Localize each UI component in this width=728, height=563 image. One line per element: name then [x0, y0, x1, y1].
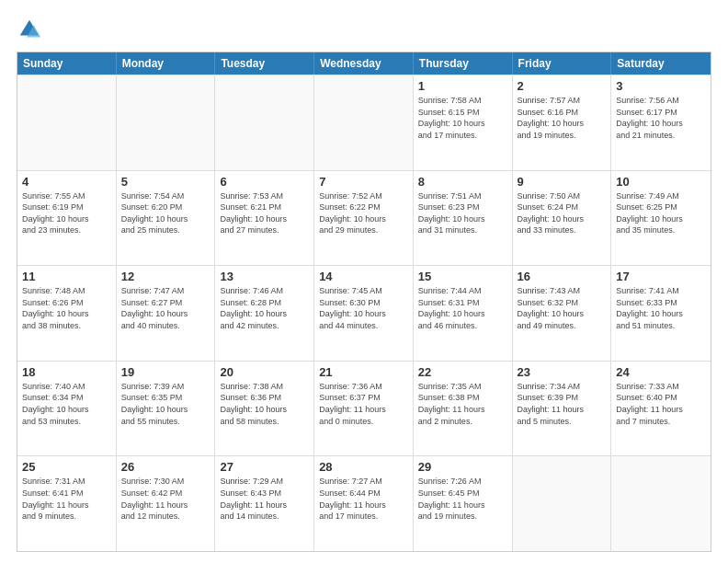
day-info-6: Sunrise: 7:53 AMSunset: 6:21 PMDaylight:…	[220, 190, 309, 236]
day-number-15: 15	[418, 270, 507, 283]
day-number-22: 22	[418, 365, 507, 379]
cal-cell-8: 8Sunrise: 7:51 AMSunset: 6:23 PMDaylight…	[414, 171, 513, 266]
day-number-21: 21	[319, 365, 408, 379]
day-number-20: 20	[220, 365, 309, 379]
day-number-7: 7	[319, 175, 408, 189]
header	[17, 17, 711, 42]
cal-cell-5: 5Sunrise: 7:54 AMSunset: 6:20 PMDaylight…	[117, 171, 216, 266]
day-info-16: Sunrise: 7:43 AMSunset: 6:32 PMDaylight:…	[518, 285, 607, 331]
day-info-23: Sunrise: 7:34 AMSunset: 6:39 PMDaylight:…	[518, 381, 607, 427]
day-info-18: Sunrise: 7:40 AMSunset: 6:34 PMDaylight:…	[22, 381, 111, 427]
day-number-19: 19	[121, 365, 210, 379]
cal-cell-20: 20Sunrise: 7:38 AMSunset: 6:36 PMDayligh…	[215, 362, 314, 456]
calendar: SundayMondayTuesdayWednesdayThursdayFrid…	[17, 52, 711, 552]
day-info-7: Sunrise: 7:52 AMSunset: 6:22 PMDaylight:…	[319, 190, 408, 236]
day-number-12: 12	[121, 270, 210, 283]
cal-week-2: 4Sunrise: 7:55 AMSunset: 6:19 PMDaylight…	[17, 170, 711, 266]
cal-cell-empty	[314, 75, 414, 170]
day-number-1: 1	[418, 79, 507, 93]
cal-header-monday: Monday	[117, 52, 216, 75]
day-number-4: 4	[22, 175, 111, 189]
cal-header-saturday: Saturday	[611, 52, 711, 75]
day-number-26: 26	[121, 460, 210, 474]
cal-cell-6: 6Sunrise: 7:53 AMSunset: 6:21 PMDaylight…	[215, 171, 314, 266]
day-info-4: Sunrise: 7:55 AMSunset: 6:19 PMDaylight:…	[22, 190, 111, 236]
day-number-24: 24	[616, 365, 706, 379]
cal-cell-empty	[513, 456, 612, 551]
day-info-14: Sunrise: 7:45 AMSunset: 6:30 PMDaylight:…	[319, 285, 408, 331]
cal-cell-empty	[215, 75, 314, 170]
cal-header-thursday: Thursday	[414, 52, 513, 75]
cal-cell-13: 13Sunrise: 7:46 AMSunset: 6:28 PMDayligh…	[215, 266, 314, 361]
day-info-15: Sunrise: 7:44 AMSunset: 6:31 PMDaylight:…	[418, 285, 507, 331]
day-info-27: Sunrise: 7:29 AMSunset: 6:43 PMDaylight:…	[220, 476, 309, 522]
day-info-2: Sunrise: 7:57 AMSunset: 6:16 PMDaylight:…	[518, 95, 607, 141]
cal-cell-25: 25Sunrise: 7:31 AMSunset: 6:41 PMDayligh…	[17, 456, 117, 551]
cal-cell-22: 22Sunrise: 7:35 AMSunset: 6:38 PMDayligh…	[414, 362, 513, 456]
day-info-24: Sunrise: 7:33 AMSunset: 6:40 PMDaylight:…	[616, 381, 706, 427]
day-number-23: 23	[518, 365, 607, 379]
day-info-26: Sunrise: 7:30 AMSunset: 6:42 PMDaylight:…	[121, 476, 210, 522]
cal-cell-19: 19Sunrise: 7:39 AMSunset: 6:35 PMDayligh…	[117, 362, 216, 456]
day-number-28: 28	[319, 460, 408, 474]
cal-cell-12: 12Sunrise: 7:47 AMSunset: 6:27 PMDayligh…	[117, 266, 216, 361]
day-info-1: Sunrise: 7:58 AMSunset: 6:15 PMDaylight:…	[418, 95, 507, 141]
day-info-9: Sunrise: 7:50 AMSunset: 6:24 PMDaylight:…	[518, 190, 607, 236]
day-info-10: Sunrise: 7:49 AMSunset: 6:25 PMDaylight:…	[616, 190, 706, 236]
cal-week-1: 1Sunrise: 7:58 AMSunset: 6:15 PMDaylight…	[17, 75, 711, 170]
cal-cell-28: 28Sunrise: 7:27 AMSunset: 6:44 PMDayligh…	[314, 456, 414, 551]
day-number-27: 27	[220, 460, 309, 474]
day-number-8: 8	[418, 175, 507, 189]
cal-header-wednesday: Wednesday	[314, 52, 414, 75]
day-number-10: 10	[616, 175, 706, 189]
cal-cell-7: 7Sunrise: 7:52 AMSunset: 6:22 PMDaylight…	[314, 171, 414, 266]
cal-header-sunday: Sunday	[17, 52, 117, 75]
day-info-13: Sunrise: 7:46 AMSunset: 6:28 PMDaylight:…	[220, 285, 309, 331]
day-info-21: Sunrise: 7:36 AMSunset: 6:37 PMDaylight:…	[319, 381, 408, 427]
day-number-17: 17	[616, 270, 706, 283]
cal-cell-14: 14Sunrise: 7:45 AMSunset: 6:30 PMDayligh…	[314, 266, 414, 361]
cal-cell-empty	[17, 75, 117, 170]
day-number-5: 5	[121, 175, 210, 189]
calendar-body: 1Sunrise: 7:58 AMSunset: 6:15 PMDaylight…	[17, 75, 711, 551]
day-info-28: Sunrise: 7:27 AMSunset: 6:44 PMDaylight:…	[319, 476, 408, 522]
logo-icon	[17, 17, 42, 42]
day-info-3: Sunrise: 7:56 AMSunset: 6:17 PMDaylight:…	[616, 95, 706, 141]
cal-cell-26: 26Sunrise: 7:30 AMSunset: 6:42 PMDayligh…	[117, 456, 216, 551]
cal-cell-4: 4Sunrise: 7:55 AMSunset: 6:19 PMDaylight…	[17, 171, 117, 266]
cal-week-3: 11Sunrise: 7:48 AMSunset: 6:26 PMDayligh…	[17, 265, 711, 361]
logo	[17, 17, 46, 42]
cal-cell-9: 9Sunrise: 7:50 AMSunset: 6:24 PMDaylight…	[513, 171, 612, 266]
day-number-13: 13	[220, 270, 309, 283]
day-number-9: 9	[518, 175, 607, 189]
day-number-11: 11	[22, 270, 111, 283]
page: SundayMondayTuesdayWednesdayThursdayFrid…	[0, 0, 728, 563]
day-info-8: Sunrise: 7:51 AMSunset: 6:23 PMDaylight:…	[418, 190, 507, 236]
cal-cell-2: 2Sunrise: 7:57 AMSunset: 6:16 PMDaylight…	[513, 75, 612, 170]
cal-cell-1: 1Sunrise: 7:58 AMSunset: 6:15 PMDaylight…	[414, 75, 513, 170]
day-info-25: Sunrise: 7:31 AMSunset: 6:41 PMDaylight:…	[22, 476, 111, 522]
day-number-3: 3	[616, 79, 706, 93]
day-number-6: 6	[220, 175, 309, 189]
cal-cell-27: 27Sunrise: 7:29 AMSunset: 6:43 PMDayligh…	[215, 456, 314, 551]
cal-cell-16: 16Sunrise: 7:43 AMSunset: 6:32 PMDayligh…	[513, 266, 612, 361]
cal-cell-10: 10Sunrise: 7:49 AMSunset: 6:25 PMDayligh…	[611, 171, 711, 266]
day-number-29: 29	[418, 460, 507, 474]
day-number-25: 25	[22, 460, 111, 474]
cal-cell-17: 17Sunrise: 7:41 AMSunset: 6:33 PMDayligh…	[611, 266, 711, 361]
day-number-18: 18	[22, 365, 111, 379]
cal-cell-3: 3Sunrise: 7:56 AMSunset: 6:17 PMDaylight…	[611, 75, 711, 170]
day-number-2: 2	[518, 79, 607, 93]
day-info-17: Sunrise: 7:41 AMSunset: 6:33 PMDaylight:…	[616, 285, 706, 331]
day-number-14: 14	[319, 270, 408, 283]
day-info-19: Sunrise: 7:39 AMSunset: 6:35 PMDaylight:…	[121, 381, 210, 427]
cal-cell-empty	[117, 75, 216, 170]
cal-cell-29: 29Sunrise: 7:26 AMSunset: 6:45 PMDayligh…	[414, 456, 513, 551]
cal-cell-21: 21Sunrise: 7:36 AMSunset: 6:37 PMDayligh…	[314, 362, 414, 456]
day-info-29: Sunrise: 7:26 AMSunset: 6:45 PMDaylight:…	[418, 476, 507, 522]
day-info-5: Sunrise: 7:54 AMSunset: 6:20 PMDaylight:…	[121, 190, 210, 236]
cal-cell-empty	[611, 456, 711, 551]
day-info-22: Sunrise: 7:35 AMSunset: 6:38 PMDaylight:…	[418, 381, 507, 427]
cal-cell-24: 24Sunrise: 7:33 AMSunset: 6:40 PMDayligh…	[611, 362, 711, 456]
cal-cell-23: 23Sunrise: 7:34 AMSunset: 6:39 PMDayligh…	[513, 362, 612, 456]
